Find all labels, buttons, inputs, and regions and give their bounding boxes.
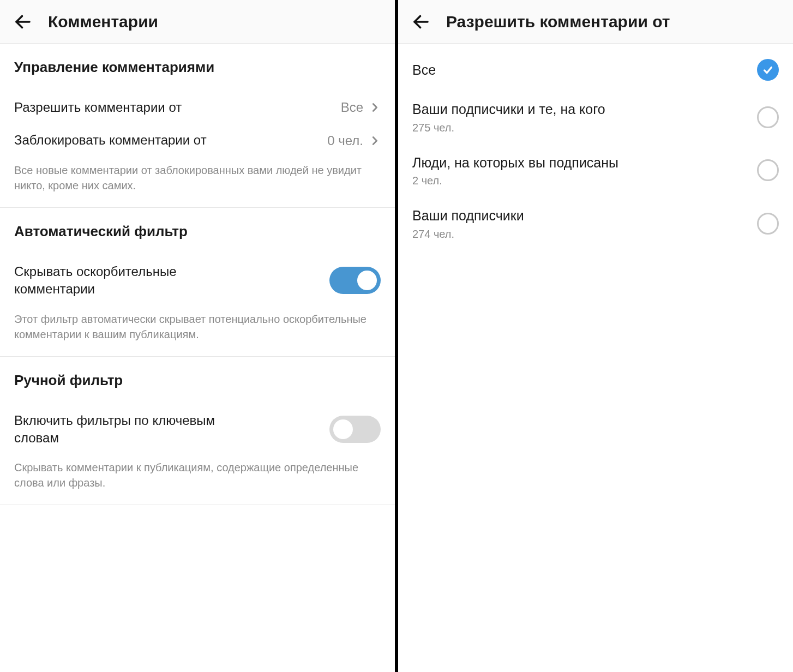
hide-offensive-label: Скрывать оскорбительные комментарии	[14, 263, 232, 298]
radio-checked-icon	[757, 59, 779, 81]
page-title: Комментарии	[48, 13, 158, 31]
keyword-filter-label: Включить фильтры по ключевым словам	[14, 412, 232, 447]
option-label: Ваши подписчики	[412, 207, 524, 225]
allow-comments-from-row[interactable]: Разрешить комментарии от Все	[14, 91, 381, 124]
hide-offensive-toggle[interactable]	[329, 267, 381, 294]
radio-empty-icon	[757, 213, 779, 235]
option-followers[interactable]: Ваши подписчики 274 чел.	[412, 197, 779, 250]
section-auto-filter: Автоматический фильтр Скрывать оскорбите…	[0, 208, 395, 356]
page-title: Разрешить комментарии от	[446, 13, 670, 31]
block-comments-label: Заблокировать комментарии от	[14, 131, 207, 149]
toggle-knob	[357, 271, 377, 290]
radio-empty-icon	[757, 159, 779, 181]
section-title-manual: Ручной фильтр	[14, 372, 381, 389]
option-label: Люди, на которых вы подписаны	[412, 154, 618, 172]
allow-comments-value: Все	[341, 100, 363, 115]
auto-filter-desc: Этот фильтр автоматически скрывает потен…	[14, 306, 381, 356]
comments-settings-panel: Комментарии Управление комментариями Раз…	[0, 0, 398, 672]
keyword-filter-toggle[interactable]	[329, 416, 381, 443]
block-comments-value: 0 чел.	[327, 133, 363, 148]
option-everyone[interactable]: Все	[412, 49, 779, 91]
back-arrow-icon[interactable]	[13, 12, 33, 32]
manual-filter-desc: Скрывать комментарии к публикациям, соде…	[14, 454, 381, 505]
radio-empty-icon	[757, 106, 779, 128]
allow-comments-label: Разрешить комментарии от	[14, 99, 182, 116]
option-sub: 2 чел.	[412, 175, 618, 187]
options-list: Все Ваши подписчики и те, на кого 275 че…	[398, 44, 793, 250]
chevron-right-icon	[369, 135, 381, 147]
block-comments-desc: Все новые комментарии от заблокированных…	[14, 157, 381, 207]
section-title-manage: Управление комментариями	[14, 59, 381, 76]
hide-offensive-row: Скрывать оскорбительные комментарии	[14, 255, 381, 306]
option-following[interactable]: Люди, на которых вы подписаны 2 чел.	[412, 144, 779, 197]
option-followers-and-following[interactable]: Ваши подписчики и те, на кого 275 чел.	[412, 91, 779, 144]
block-comments-from-row[interactable]: Заблокировать комментарии от 0 чел.	[14, 124, 381, 157]
allow-comments-panel: Разрешить комментарии от Все Ваши подпис…	[398, 0, 793, 672]
option-label: Все	[412, 61, 436, 79]
option-sub: 274 чел.	[412, 228, 524, 241]
keyword-filter-row: Включить фильтры по ключевым словам	[14, 404, 381, 455]
option-label: Ваши подписчики и те, на кого	[412, 100, 605, 118]
section-title-auto: Автоматический фильтр	[14, 223, 381, 240]
chevron-right-icon	[369, 101, 381, 113]
toggle-knob	[333, 419, 353, 439]
section-manage-comments: Управление комментариями Разрешить комме…	[0, 44, 395, 207]
header-left: Комментарии	[0, 0, 395, 44]
header-right: Разрешить комментарии от	[398, 0, 793, 44]
option-sub: 275 чел.	[412, 122, 605, 134]
section-manual-filter: Ручной фильтр Включить фильтры по ключев…	[0, 357, 395, 505]
back-arrow-icon[interactable]	[411, 12, 431, 32]
divider	[0, 505, 395, 505]
